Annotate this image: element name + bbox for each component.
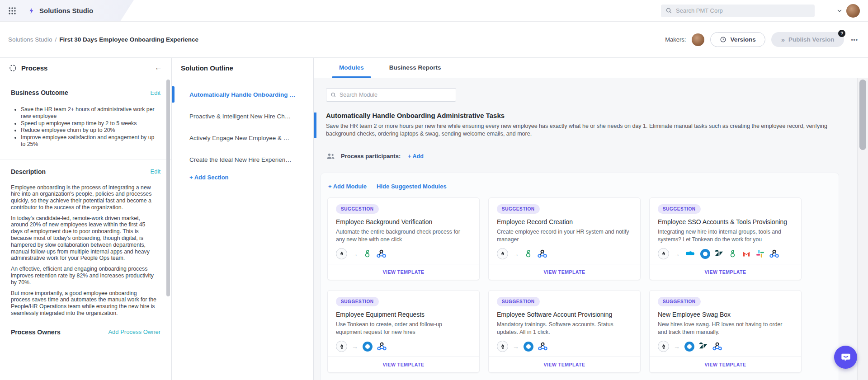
topbar: Solutions Studio — [0, 0, 868, 22]
add-module-button[interactable]: + Add Module — [328, 183, 367, 190]
versions-button[interactable]: Versions — [710, 32, 765, 47]
greenhouse-icon — [728, 249, 737, 258]
page-header: Solutions Studio / First 30 Days Employe… — [0, 22, 868, 57]
outline-section-label: Proactive & Intelligent New Hire Ch… — [189, 113, 291, 120]
tab[interactable]: Modules — [328, 57, 375, 78]
suggestion-badge: SUGGESTION — [336, 297, 379, 306]
module-search-input[interactable] — [340, 92, 452, 98]
view-template-button[interactable]: VIEW TEMPLATE — [489, 264, 640, 280]
module-card-description: Integrating new hire into internal group… — [658, 228, 793, 243]
global-search-input[interactable] — [676, 7, 810, 14]
add-section-button[interactable]: + Add Section — [189, 174, 229, 181]
webhook-icon — [377, 341, 387, 352]
okta-icon — [700, 249, 710, 259]
outline-section-label: Actively Engage New Employee & … — [189, 135, 289, 141]
suggested-module-card[interactable]: SUGGESTION Employee Record Creation Crea… — [488, 197, 641, 280]
modules-toolbar: + Add Module Hide Suggested Modules — [327, 183, 832, 190]
module-card-title: New Employee Swag Box — [658, 311, 793, 318]
module-integrations: → — [336, 341, 471, 352]
module-integrations: → — [658, 248, 793, 259]
module-card-title: Employee Software Account Provisioning — [497, 311, 632, 318]
chevron-down-icon[interactable] — [836, 8, 843, 14]
arrow-icon: → — [674, 343, 680, 350]
section-title: Automatically Handle Onboarding Administ… — [326, 112, 839, 119]
view-template-button[interactable]: VIEW TEMPLATE — [328, 357, 479, 372]
hide-suggested-modules-button[interactable]: Hide Suggested Modules — [377, 183, 447, 190]
arrow-icon: → — [352, 250, 358, 258]
process-owners-title: Process Owners — [11, 328, 61, 336]
suggested-module-card[interactable]: SUGGESTION Employee Equipment Requests U… — [327, 290, 480, 373]
view-template-button[interactable]: VIEW TEMPLATE — [328, 264, 479, 280]
process-panel-body: Business Outcome Edit Save the HR team 2… — [0, 78, 171, 336]
suggested-module-card[interactable]: SUGGESTION Employee SSO Accounts & Tools… — [649, 197, 802, 280]
app-grid-icon[interactable] — [8, 7, 16, 15]
chat-launcher-button[interactable] — [834, 346, 857, 369]
suggestion-badge: SUGGESTION — [497, 297, 540, 306]
suggestion-badge: SUGGESTION — [497, 204, 540, 214]
greenhouse-icon — [363, 249, 372, 258]
tonkean-trigger-icon — [336, 341, 347, 352]
webhook-icon — [537, 249, 547, 259]
webhook-icon — [376, 249, 387, 259]
help-badge[interactable]: ? — [838, 30, 845, 37]
suggested-module-card[interactable]: SUGGESTION Employee Background Verificat… — [327, 197, 480, 280]
user-avatar[interactable] — [846, 4, 860, 18]
process-panel-scrollbar[interactable] — [166, 80, 170, 296]
suggested-module-card[interactable]: SUGGESTION New Employee Swag Box New hir… — [649, 290, 802, 373]
okta-icon — [363, 342, 373, 352]
workspace: Process ← Business Outcome Edit Save the… — [0, 57, 868, 380]
description-edit-link[interactable]: Edit — [151, 168, 160, 175]
process-dashed-circle-icon — [9, 64, 17, 72]
description-paragraph: But more importantly, a good employee on… — [11, 290, 158, 317]
zendesk-icon — [714, 249, 724, 258]
outline-section-item[interactable]: Create the Ideal New Hire Experien… — [172, 149, 313, 170]
topbar-left: Solutions Studio — [0, 0, 93, 21]
business-outcome-edit-link[interactable]: Edit — [151, 89, 160, 96]
module-search[interactable] — [326, 88, 456, 102]
add-process-owner-link[interactable]: Add Process Owner — [108, 328, 160, 335]
process-panel-title: Process — [21, 64, 47, 72]
module-card-description: New hires love swag. HR loves not having… — [658, 321, 793, 336]
maker-avatar[interactable] — [692, 33, 704, 46]
outline-section-item[interactable]: Actively Engage New Employee & … — [172, 127, 313, 149]
webhook-icon — [538, 341, 548, 352]
more-options-button[interactable]: ••• — [850, 35, 859, 45]
view-template-button[interactable]: VIEW TEMPLATE — [650, 264, 801, 280]
modules-container: + Add Module Hide Suggested Modules SUGG… — [321, 173, 839, 380]
main-scrollbar-thumb[interactable] — [859, 80, 866, 150]
gmail-icon — [741, 249, 751, 258]
tab[interactable]: Business Reports — [378, 57, 452, 78]
arrow-icon: → — [513, 343, 519, 350]
add-participant-button[interactable]: + Add — [408, 153, 424, 160]
view-template-button[interactable]: VIEW TEMPLATE — [489, 357, 640, 372]
makers-label: Makers: — [665, 36, 686, 43]
view-template-button[interactable]: VIEW TEMPLATE — [650, 357, 801, 372]
header-actions: Makers: Versions » Publish Version ? ••• — [665, 32, 859, 47]
module-card-description: Create employee record in your HR system… — [497, 228, 632, 243]
section-description: Save the HR team 2 or more hours per new… — [326, 122, 839, 138]
module-integrations: → — [497, 248, 632, 259]
suggested-module-card[interactable]: SUGGESTION Employee Software Account Pro… — [488, 290, 641, 373]
tab-label: Business Reports — [389, 64, 441, 71]
participants-label: Process participants: — [341, 153, 401, 160]
tonkean-trigger-icon — [336, 248, 347, 259]
main-scrollbar-track[interactable] — [857, 78, 868, 380]
publish-version-button[interactable]: » Publish Version ? — [771, 32, 844, 47]
chat-bubble-icon — [840, 352, 852, 363]
collapse-panel-arrow-icon[interactable]: ← — [155, 63, 162, 72]
tonkean-trigger-icon — [497, 341, 508, 352]
business-outcome-list: Save the HR team 2+ hours of administrat… — [21, 106, 158, 148]
outline-section-label: Automatically Handle Onboarding … — [189, 91, 296, 98]
description-paragraph: An effective, efficient and engaging onb… — [11, 266, 158, 286]
solution-outline-header: Solution Outline — [172, 58, 313, 78]
module-card-description: Automate the entire background check pro… — [336, 228, 471, 243]
content-body: Automatically Handle Onboarding Administ… — [314, 78, 868, 380]
module-card-title: Employee SSO Accounts & Tools Provisioni… — [658, 218, 793, 225]
outline-section-item[interactable]: Proactive & Intelligent New Hire Ch… — [172, 105, 313, 127]
arrow-icon: → — [352, 343, 358, 350]
breadcrumb-root-link[interactable]: Solutions Studio — [8, 36, 52, 43]
app-title: Solutions Studio — [39, 7, 93, 14]
global-search[interactable] — [661, 5, 815, 17]
outline-section-item[interactable]: Automatically Handle Onboarding … — [172, 84, 313, 105]
business-outcome-title: Business Outcome — [11, 89, 68, 96]
